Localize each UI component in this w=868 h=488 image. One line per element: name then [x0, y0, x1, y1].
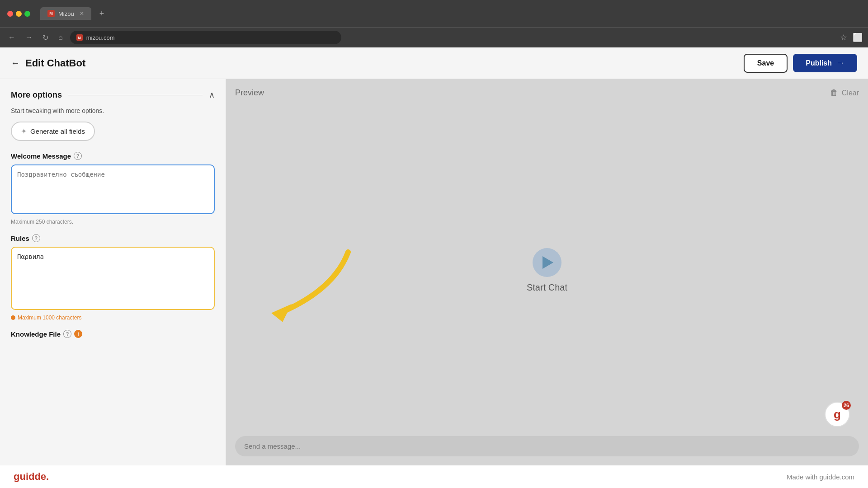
clear-button[interactable]: 🗑 Clear	[830, 88, 859, 98]
page-title: Edit ChatBot	[25, 57, 85, 69]
browser-dots	[7, 11, 30, 17]
knowledge-info-icon[interactable]: i	[74, 330, 82, 338]
guidde-avatar[interactable]: g 26	[825, 402, 850, 427]
back-button[interactable]: ←	[11, 58, 20, 68]
address-text: mizou.com	[86, 34, 115, 41]
start-chat-text: Start Chat	[527, 282, 567, 293]
preview-area: Start Chat g 26	[235, 105, 859, 436]
svg-marker-0	[271, 304, 292, 322]
rules-input[interactable]: Παρвила	[11, 247, 215, 310]
send-message-input[interactable]	[235, 436, 859, 456]
footer: guidde. Made with guidde.com	[0, 465, 868, 488]
warning-dot-icon	[11, 315, 15, 320]
rules-char-limit-warning: Maximum 1000 characters	[11, 314, 215, 321]
section-subtitle: Start tweaking with more options.	[11, 107, 215, 114]
arrow-annotation	[258, 243, 357, 335]
rules-label: Rules ?	[11, 234, 215, 242]
collapse-button[interactable]: ∧	[209, 90, 215, 100]
address-bar[interactable]: M mizou.com	[70, 31, 341, 44]
app-header: ← Edit ChatBot Save Publish →	[0, 47, 868, 79]
right-panel: Preview 🗑 Clear Start Chat	[226, 79, 868, 465]
dot-yellow	[16, 11, 22, 17]
notification-badge: 26	[842, 401, 851, 410]
browser-actions: ☆ ⬜	[840, 33, 863, 42]
save-button[interactable]: Save	[744, 54, 788, 73]
sparkle-icon: ✦	[21, 127, 27, 136]
publish-button[interactable]: Publish →	[793, 54, 857, 72]
publish-arrow-icon: →	[836, 58, 844, 68]
preview-title: Preview	[235, 88, 264, 98]
left-panel: More options ∧ Start tweaking with more …	[0, 79, 226, 465]
play-icon-circle	[533, 248, 561, 277]
play-triangle-icon	[542, 256, 553, 269]
new-tab-button[interactable]: +	[99, 9, 104, 19]
knowledge-file-label: Knowledge File ? i	[11, 330, 215, 338]
dot-red	[7, 11, 13, 17]
trash-icon: 🗑	[830, 88, 838, 98]
guidde-avatar-letter: g	[834, 408, 841, 422]
knowledge-help-icon[interactable]: ?	[63, 330, 71, 338]
dot-green	[24, 11, 30, 17]
bookmark-icon[interactable]: ☆	[840, 33, 847, 42]
address-favicon: M	[76, 34, 83, 41]
welcome-message-label: Welcome Message ?	[11, 152, 215, 160]
forward-nav-button[interactable]: →	[23, 32, 35, 43]
clear-label: Clear	[842, 89, 859, 97]
tab-close-icon[interactable]: ✕	[80, 10, 84, 17]
section-divider	[68, 95, 203, 95]
rules-help-icon[interactable]: ?	[32, 234, 40, 242]
start-chat-button[interactable]: Start Chat	[527, 248, 567, 293]
section-header: More options ∧	[11, 90, 215, 100]
home-button[interactable]: ⌂	[56, 32, 66, 43]
browser-chrome: M Mizou ✕ +	[0, 0, 868, 27]
section-title: More options	[11, 90, 62, 100]
footer-tagline: Made with guidde.com	[787, 473, 854, 481]
address-bar-row: ← → ↻ ⌂ M mizou.com ☆ ⬜	[0, 27, 868, 47]
main-layout: More options ∧ Start tweaking with more …	[0, 79, 868, 465]
publish-label: Publish	[806, 59, 832, 67]
guidde-avatar-circle: g 26	[825, 402, 850, 427]
preview-header: Preview 🗑 Clear	[235, 88, 859, 98]
welcome-char-limit: Maximum 250 characters.	[11, 219, 215, 225]
tab-label: Mizou	[58, 10, 74, 17]
generate-label: Generate all fields	[30, 127, 85, 135]
refresh-button[interactable]: ↻	[40, 32, 51, 44]
extensions-icon[interactable]: ⬜	[853, 33, 863, 42]
welcome-message-input[interactable]	[11, 164, 215, 214]
generate-all-fields-button[interactable]: ✦ Generate all fields	[11, 122, 95, 141]
browser-tab[interactable]: M Mizou ✕	[40, 7, 91, 20]
tab-favicon: M	[47, 10, 55, 17]
guidde-logo: guidde.	[14, 471, 49, 483]
welcome-help-icon[interactable]: ?	[74, 152, 82, 160]
back-nav-button[interactable]: ←	[5, 32, 18, 43]
header-actions: Save Publish →	[744, 54, 857, 73]
